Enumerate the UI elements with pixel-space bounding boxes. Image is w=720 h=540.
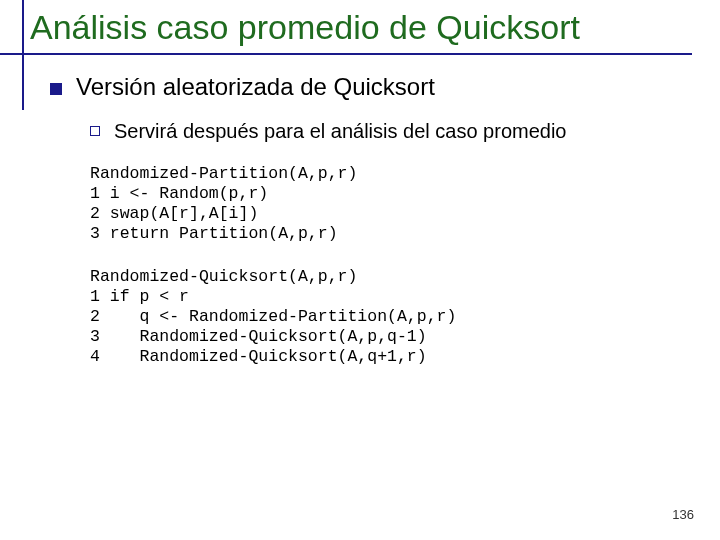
slide-body: Versión aleatorizada de Quicksort Servir… bbox=[0, 55, 720, 367]
bullet-level1: Versión aleatorizada de Quicksort bbox=[50, 73, 680, 101]
code-block-randomized-quicksort: Randomized-Quicksort(A,p,r) 1 if p < r 2… bbox=[90, 267, 680, 368]
square-outline-bullet-icon bbox=[90, 126, 100, 136]
square-bullet-icon bbox=[50, 83, 62, 95]
slide: Análisis caso promedio de Quicksort Vers… bbox=[0, 0, 720, 540]
bullet-level2-text: Servirá después para el análisis del cas… bbox=[114, 119, 566, 144]
bullet-level2: Servirá después para el análisis del cas… bbox=[90, 119, 680, 144]
slide-title: Análisis caso promedio de Quicksort bbox=[30, 8, 672, 47]
code-block-randomized-partition: Randomized-Partition(A,p,r) 1 i <- Rando… bbox=[90, 164, 680, 245]
title-vertical-rule bbox=[22, 0, 24, 110]
bullet-level1-text: Versión aleatorizada de Quicksort bbox=[76, 73, 435, 101]
title-container: Análisis caso promedio de Quicksort bbox=[0, 0, 692, 55]
page-number: 136 bbox=[672, 507, 694, 522]
